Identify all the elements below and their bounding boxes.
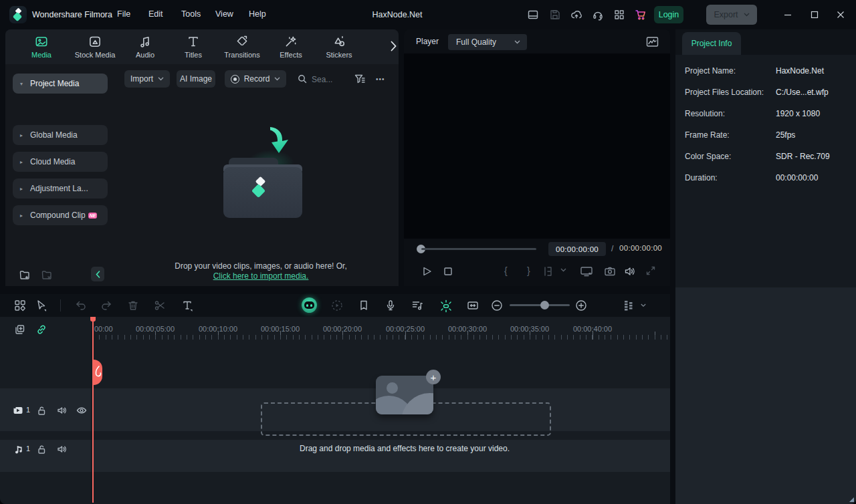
- add-media-plus-icon[interactable]: +: [426, 370, 441, 384]
- headset-icon[interactable]: [592, 9, 604, 21]
- sidebar-item-cloud-media[interactable]: ▸ Cloud Media: [13, 152, 108, 172]
- audio-mixer-icon[interactable]: [411, 299, 424, 312]
- stickers-icon: [332, 34, 346, 49]
- dropzone-text: Drop your video clips, images, or audio …: [120, 261, 401, 271]
- tab-effects[interactable]: Effects: [267, 34, 315, 59]
- import-button[interactable]: Import: [124, 70, 170, 88]
- video-visibility-icon[interactable]: [76, 404, 88, 416]
- split-scissors-icon[interactable]: [153, 299, 167, 312]
- tab-titles[interactable]: Titles: [169, 34, 217, 59]
- playhead-line[interactable]: [92, 317, 94, 503]
- snapshot-icon[interactable]: [603, 265, 617, 278]
- sidebar-item-global-media[interactable]: ▸ Global Media: [13, 125, 108, 145]
- add-clip-icon[interactable]: [14, 324, 26, 336]
- info-row: Duration: 00:00:00:00: [675, 173, 856, 184]
- tab-stock-media[interactable]: Stock Media: [71, 34, 119, 59]
- ai-copilot-icon[interactable]: [302, 297, 317, 313]
- import-folder-illustration[interactable]: [221, 130, 308, 213]
- zoom-in-icon[interactable]: [574, 299, 588, 312]
- mark-in-icon[interactable]: {: [504, 265, 508, 276]
- playhead-scroll-handle[interactable]: [94, 360, 102, 385]
- export-button[interactable]: Export: [706, 5, 757, 25]
- current-timecode[interactable]: 00:00:00:00: [548, 242, 606, 256]
- render-preview-icon[interactable]: [330, 299, 344, 312]
- preview-viewport[interactable]: [404, 53, 670, 239]
- search-icon[interactable]: [297, 74, 308, 84]
- cloud-icon[interactable]: [570, 9, 582, 21]
- delete-icon[interactable]: [126, 299, 140, 312]
- trim-dropdown-chevron-icon[interactable]: [560, 268, 574, 281]
- properties-empty-area: [675, 287, 856, 504]
- ai-image-button[interactable]: AI Image: [177, 70, 215, 88]
- voiceover-mic-icon[interactable]: [384, 299, 397, 312]
- zoom-slider-track[interactable]: [510, 304, 570, 306]
- import-media-link[interactable]: Click here to import media.: [213, 271, 309, 281]
- display-device-icon[interactable]: [579, 265, 593, 278]
- tab-audio[interactable]: Audio: [121, 34, 169, 59]
- add-folder-icon[interactable]: [19, 269, 31, 281]
- login-button[interactable]: Login: [654, 6, 683, 23]
- cart-icon[interactable]: [634, 8, 646, 20]
- quality-select[interactable]: Full Quality: [448, 34, 527, 50]
- tab-media[interactable]: Media: [17, 34, 66, 59]
- tab-stickers[interactable]: Stickers: [315, 34, 363, 59]
- export-label: Export: [714, 10, 738, 19]
- dropzone-link-row: Click here to import media.: [120, 271, 401, 281]
- apps-grid-icon[interactable]: [613, 9, 625, 21]
- text-tool-icon[interactable]: [181, 299, 194, 312]
- audio-lock-icon[interactable]: [35, 443, 47, 455]
- search-input[interactable]: Sea...: [312, 75, 332, 84]
- mark-out-icon[interactable]: }: [527, 265, 530, 276]
- stop-button[interactable]: [441, 265, 455, 278]
- track-manager-icon[interactable]: [622, 299, 635, 312]
- audio-mute-icon[interactable]: [56, 443, 68, 455]
- select-tool-icon[interactable]: [35, 299, 48, 312]
- video-lock-icon[interactable]: [35, 404, 47, 416]
- playhead-cap[interactable]: [90, 317, 96, 322]
- layout-icon[interactable]: [527, 9, 539, 21]
- sidebar-item-compound-clip[interactable]: ▸ Compound Clip NE: [13, 205, 108, 225]
- record-button[interactable]: Record: [225, 70, 286, 88]
- volume-icon[interactable]: [623, 265, 637, 278]
- save-icon[interactable]: [549, 9, 561, 21]
- scrubber-track[interactable]: [421, 248, 536, 250]
- timeline: 00:00 00:00:05:00 00:00:10:00 00:00:15:0…: [0, 317, 670, 504]
- undo-icon[interactable]: [74, 299, 88, 312]
- maximize-button[interactable]: [808, 8, 821, 21]
- media-browser-toggle-icon[interactable]: [13, 299, 27, 312]
- auto-ripple-link-icon[interactable]: [35, 324, 47, 336]
- menu-tools[interactable]: Tools: [181, 9, 201, 19]
- delete-folder-icon[interactable]: [41, 269, 53, 281]
- tabs-expand-chevron-icon[interactable]: [391, 41, 397, 51]
- zoom-out-icon[interactable]: [490, 299, 504, 312]
- more-options-icon[interactable]: •••: [376, 76, 385, 83]
- fullscreen-icon[interactable]: [645, 265, 658, 278]
- marker-icon[interactable]: [357, 299, 370, 312]
- sidebar-item-project-media[interactable]: ▾ Project Media: [13, 74, 108, 94]
- player-panel: Player Full Quality 00:00:00:00 / 00:00:…: [404, 29, 670, 286]
- redo-icon[interactable]: [100, 299, 113, 312]
- menu-file[interactable]: File: [117, 9, 130, 19]
- effects-icon: [284, 34, 298, 49]
- tab-transitions[interactable]: Transitions: [218, 34, 266, 59]
- scope-icon[interactable]: [646, 36, 659, 47]
- minimize-button[interactable]: [781, 8, 794, 21]
- menu-edit[interactable]: Edit: [148, 9, 163, 19]
- play-button[interactable]: [420, 265, 433, 278]
- track-manager-chevron-icon[interactable]: [641, 303, 654, 317]
- close-button[interactable]: [834, 8, 847, 21]
- chevron-down-icon: [514, 40, 520, 44]
- collapse-sidebar-button[interactable]: [91, 267, 104, 281]
- track-header-divider: [91, 317, 92, 504]
- tab-project-info[interactable]: Project Info: [682, 32, 741, 55]
- sidebar-item-adjustment-layer[interactable]: ▸ Adjustment La...: [13, 178, 108, 199]
- keyframe-burst-icon[interactable]: [439, 299, 452, 312]
- window-resize-grip[interactable]: [849, 497, 854, 502]
- fit-timeline-icon[interactable]: [466, 299, 479, 312]
- menu-view[interactable]: View: [215, 9, 233, 19]
- filter-icon[interactable]: [353, 72, 366, 86]
- menu-help[interactable]: Help: [249, 9, 266, 19]
- video-mute-icon[interactable]: [56, 404, 68, 416]
- zoom-slider-handle[interactable]: [540, 301, 549, 309]
- trim-icon[interactable]: [542, 265, 555, 278]
